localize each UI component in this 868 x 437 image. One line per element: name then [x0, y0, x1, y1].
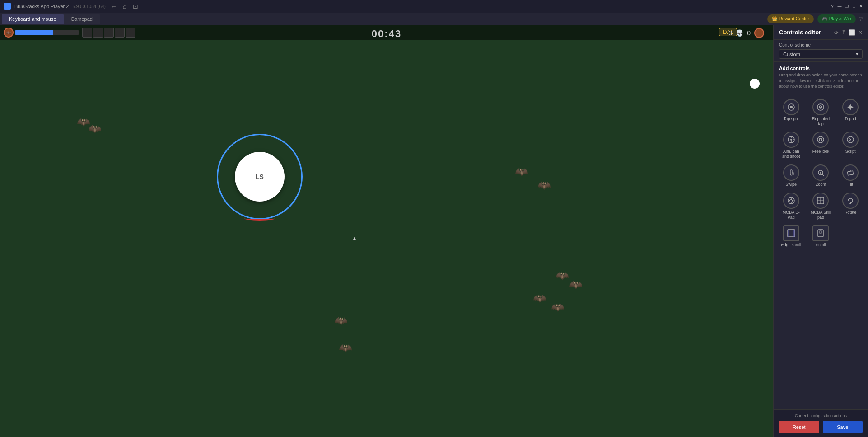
scroll-icon — [812, 225, 829, 241]
save-button[interactable]: Save — [823, 421, 863, 433]
svg-marker-28 — [789, 200, 790, 202]
control-free-look[interactable]: Free look — [807, 130, 834, 161]
joystick-label: LS — [256, 173, 264, 180]
reward-icon: 👑 — [772, 16, 777, 21]
controls-row-1: Tap spot Repeated tap D-pad — [777, 97, 864, 128]
nav-back-btn[interactable]: ← — [109, 2, 118, 11]
reset-button[interactable]: Reset — [779, 421, 819, 433]
empty-slot — [837, 223, 864, 249]
tab-gamepad[interactable]: Gamepad — [64, 14, 100, 24]
skill-slots — [82, 28, 135, 38]
control-moba-skill-pad[interactable]: MOBA Skill pad — [807, 191, 834, 222]
svg-point-16 — [817, 136, 824, 143]
close-btn[interactable]: ✕ — [858, 3, 864, 9]
health-bar — [15, 30, 79, 35]
controls-editor-header: Controls editor ⟳ ⤒ ⬜ ✕ — [774, 25, 868, 40]
control-repeated-tap[interactable]: Repeated tap — [807, 97, 834, 128]
cursor-indicator: ▲ — [352, 235, 357, 240]
control-script[interactable]: Script — [837, 130, 864, 161]
control-scheme-select[interactable]: Custom ▾ — [779, 49, 863, 59]
control-tilt[interactable]: Tilt — [837, 163, 864, 189]
title-bar-left: BlueStacks App Player 2 5.90.0.1054 (64)… — [4, 2, 140, 11]
control-aim-pan-shoot[interactable]: Aim, pan and shoot — [778, 130, 805, 161]
repeated-tap-label: Repeated tap — [809, 117, 832, 127]
aim-pan-shoot-icon — [783, 132, 799, 148]
control-tap-spot[interactable]: Tap spot — [778, 97, 805, 128]
controls-row-2: Aim, pan and shoot Free look Script — [777, 130, 864, 161]
bat-sprite-4: 🦇 — [88, 122, 102, 135]
controls-grid: Tap spot Repeated tap D-pad — [774, 94, 868, 409]
control-scheme-row: Control scheme Custom ▾ — [774, 40, 868, 62]
tab-bar-icons: ? — [859, 15, 863, 22]
joystick-control[interactable]: LS — [217, 134, 303, 229]
nav-square-btn[interactable]: ⊡ — [131, 2, 140, 11]
game-timer: 00:43 — [372, 28, 401, 40]
svg-marker-29 — [792, 200, 794, 202]
header-icon-3[interactable]: ⬜ — [849, 29, 855, 36]
free-look-label: Free look — [812, 149, 830, 154]
config-actions-label: Current configuration actions — [779, 414, 863, 418]
main-area: 🦇 00:43 LV 1 3 💀 0 — [0, 25, 868, 437]
maximize-btn[interactable]: ❐ — [844, 3, 850, 9]
header-icon-1[interactable]: ⟳ — [834, 29, 839, 36]
app-title: BlueStacks App Player 2 — [14, 4, 69, 9]
game-background — [0, 25, 773, 437]
play-win-btn[interactable]: 🎮 Play & Win — [817, 14, 856, 23]
add-controls-title: Add controls — [779, 66, 863, 71]
swipe-label: Swipe — [786, 182, 797, 187]
control-swipe[interactable]: Swipe — [778, 163, 805, 189]
svg-marker-7 — [847, 106, 849, 108]
controls-bottom: Current configuration actions Reset Save — [774, 409, 868, 437]
add-controls-desc: Drag and drop an action on your game scr… — [779, 72, 863, 89]
skull-icon: 💀 — [736, 29, 743, 37]
controls-header-icons[interactable]: ⟳ ⤒ ⬜ ✕ — [834, 29, 863, 36]
game-area[interactable]: 🦇 00:43 LV 1 3 💀 0 — [0, 25, 773, 437]
skill-slot-2 — [93, 28, 103, 38]
bat-sprite-5: 🦇 — [533, 292, 546, 305]
close-panel-icon[interactable]: ✕ — [858, 29, 863, 36]
reward-center-btn[interactable]: 👑 Reward Center — [767, 14, 814, 23]
title-bar-nav[interactable]: ← ⌂ ⊡ — [109, 2, 140, 11]
svg-marker-8 — [852, 106, 854, 108]
control-scroll[interactable]: Scroll — [807, 223, 834, 249]
tab-keyboard-mouse[interactable]: Keyboard and mouse — [2, 14, 64, 24]
score-value: 0 — [747, 29, 751, 37]
control-moba-d-pad[interactable]: MOBA D-Pad — [778, 191, 805, 222]
moba-d-pad-icon — [783, 193, 799, 209]
edge-scroll-icon — [783, 225, 799, 241]
control-d-pad[interactable]: D-pad — [837, 97, 864, 128]
control-scheme-label: Control scheme — [779, 42, 863, 47]
script-icon — [842, 132, 859, 148]
swipe-icon — [783, 164, 799, 181]
d-pad-icon — [842, 99, 859, 115]
header-icon-2[interactable]: ⤒ — [841, 29, 846, 36]
svg-point-17 — [819, 138, 822, 141]
scheme-name: Custom — [783, 52, 800, 57]
skill-slot-1 — [82, 28, 92, 38]
control-zoom[interactable]: Zoom — [807, 163, 834, 189]
zoom-icon — [812, 164, 829, 181]
control-edge-scroll[interactable]: Edge scroll — [778, 223, 805, 249]
nav-home-btn[interactable]: ⌂ — [120, 2, 129, 11]
control-rotate[interactable]: Rotate — [837, 191, 864, 222]
bat-sprite-3: 🦇 — [537, 179, 551, 192]
bat-sprite-7: 🦇 — [334, 315, 348, 327]
help-icon[interactable]: ? — [859, 15, 863, 22]
moba-skill-pad-label: MOBA Skill pad — [809, 210, 832, 220]
svg-marker-5 — [849, 104, 851, 106]
free-look-icon — [812, 132, 829, 148]
restore-btn[interactable]: □ — [851, 3, 857, 9]
skill-slot-4 — [115, 28, 125, 38]
window-controls[interactable]: ? — ❐ □ ✕ — [829, 3, 864, 9]
config-actions-buttons: Reset Save — [779, 421, 863, 433]
player-avatar — [754, 28, 764, 38]
question-btn[interactable]: ? — [829, 3, 835, 9]
player-icon: 🦇 — [4, 28, 14, 38]
svg-marker-6 — [849, 108, 851, 110]
minimize-btn[interactable]: — — [836, 3, 843, 9]
svg-rect-36 — [793, 230, 795, 237]
bat-sprite-2: 🦇 — [515, 165, 528, 178]
tap-spot-label: Tap spot — [784, 117, 799, 122]
svg-rect-9 — [849, 106, 852, 108]
moba-d-pad-label: MOBA D-Pad — [779, 210, 803, 220]
